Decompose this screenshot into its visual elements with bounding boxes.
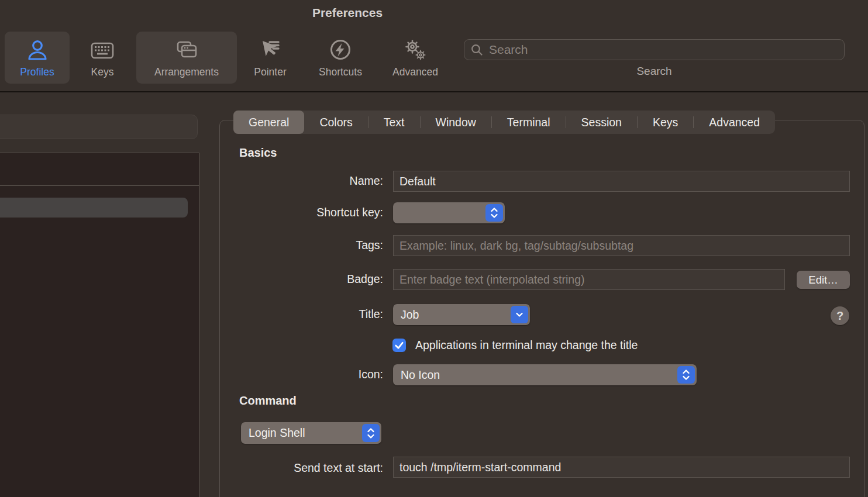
title-label: Title: <box>178 308 383 321</box>
badge-field[interactable] <box>393 269 785 290</box>
tab-colors[interactable]: Colors <box>304 111 367 134</box>
search-caption: Search <box>464 65 845 78</box>
shortcut-key-label: Shortcut key: <box>178 206 383 219</box>
name-label: Name: <box>178 174 383 188</box>
send-text-label: Send text at start: <box>178 461 383 475</box>
toolbar-item-arrangements[interactable]: Arrangements <box>136 32 237 84</box>
toolbar-item-pointer[interactable]: Pointer <box>244 32 297 84</box>
name-field[interactable] <box>393 171 850 192</box>
toolbar-item-label: Advanced <box>392 67 438 78</box>
profile-tab-bar: General Colors Text Window Terminal Sess… <box>233 111 775 134</box>
badge-label: Badge: <box>178 272 383 286</box>
icon-popup-value: No Icon <box>401 368 440 382</box>
send-text-input[interactable] <box>394 457 849 477</box>
toolbar-item-keys[interactable]: Keys <box>81 32 123 84</box>
tab-session[interactable]: Session <box>566 111 637 134</box>
tab-general[interactable]: General <box>233 111 304 134</box>
search-icon <box>470 43 484 57</box>
badge-edit-button[interactable]: Edit… <box>797 271 850 289</box>
stepper-chevrons-icon <box>485 204 503 222</box>
name-input[interactable] <box>394 171 849 191</box>
title-change-checkbox-label: Applications in terminal may change the … <box>415 339 638 352</box>
tab-advanced[interactable]: Advanced <box>694 111 775 134</box>
tab-terminal[interactable]: Terminal <box>492 111 566 134</box>
toolbar-item-advanced[interactable]: Advanced <box>383 32 448 84</box>
send-text-field[interactable] <box>393 457 850 478</box>
shortcut-key-popup[interactable] <box>393 202 505 223</box>
toolbar-item-label: Keys <box>91 67 114 78</box>
gears-icon <box>402 36 428 66</box>
stepper-chevrons-icon <box>362 424 380 442</box>
windows-icon <box>174 36 199 66</box>
tags-field[interactable] <box>393 235 850 256</box>
toolbar-item-label: Profiles <box>20 67 54 78</box>
basics-section-header: Basics <box>239 146 277 160</box>
profiles-list-header-divider <box>0 185 199 186</box>
keyboard-icon <box>89 36 115 66</box>
toolbar-item-profiles[interactable]: Profiles <box>5 32 70 84</box>
title-change-checkbox[interactable] <box>392 339 406 352</box>
pointer-cursor-icon <box>257 36 283 66</box>
chevron-down-icon <box>511 306 528 323</box>
window-title: Preferences <box>0 6 695 20</box>
toolbar-item-label: Shortcuts <box>319 67 362 78</box>
tags-label: Tags: <box>178 239 383 252</box>
icon-label: Icon: <box>178 368 383 381</box>
command-type-popup[interactable]: Login Shell <box>241 422 381 444</box>
toolbar-item-label: Pointer <box>254 67 286 78</box>
toolbar-item-shortcuts[interactable]: Shortcuts <box>308 32 373 84</box>
tab-window[interactable]: Window <box>421 111 491 134</box>
help-button[interactable]: ? <box>831 306 849 325</box>
tab-keys[interactable]: Keys <box>638 111 693 134</box>
badge-input[interactable] <box>394 270 784 289</box>
command-section-header: Command <box>239 394 297 408</box>
toolbar-divider <box>0 91 868 92</box>
profiles-person-icon <box>25 36 50 66</box>
tags-input[interactable] <box>394 236 849 256</box>
toolbar-search-field[interactable] <box>464 39 845 60</box>
tab-text[interactable]: Text <box>368 111 420 134</box>
checkmark-icon <box>392 339 406 352</box>
toolbar-item-label: Arrangements <box>154 67 219 78</box>
icon-popup[interactable]: No Icon <box>393 364 697 385</box>
title-popup-value: Job <box>401 308 419 322</box>
profiles-list <box>0 153 199 497</box>
command-type-value: Login Shell <box>249 426 305 440</box>
lightning-bolt-icon <box>328 36 353 66</box>
profiles-filter-field[interactable] <box>0 115 198 139</box>
title-popup[interactable]: Job <box>393 304 530 325</box>
profiles-list-selected-row[interactable] <box>0 198 188 218</box>
stepper-chevrons-icon <box>677 366 695 384</box>
search-input[interactable] <box>489 43 838 57</box>
